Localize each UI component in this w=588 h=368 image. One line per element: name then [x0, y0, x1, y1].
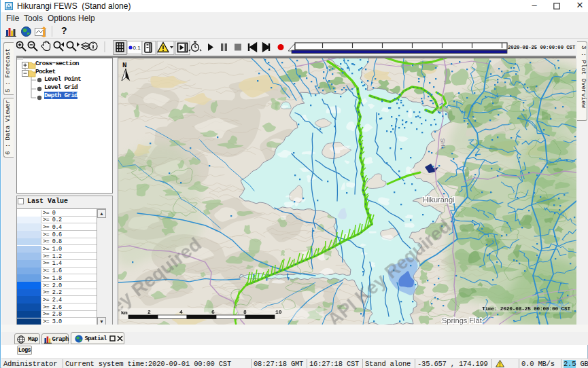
svg-text:Springs Flat: Springs Flat [442, 316, 482, 325]
svg-text:10: 10 [275, 309, 282, 315]
svg-text:2020-08-25 00:00:00 CST: 2020-08-25 00:00:00 CST [508, 45, 576, 50]
svg-text:4: 4 [179, 309, 183, 315]
svg-text:6: 6 [211, 309, 215, 315]
svg-text:Time: 2020-08-25 00:00:00 CST: Time: 2020-08-25 00:00:00 CST [482, 306, 570, 312]
svg-text:8: 8 [243, 309, 247, 315]
svg-text:N: N [122, 61, 127, 69]
svg-text:2: 2 [148, 309, 151, 315]
svg-text:0.1: 0.1 [133, 45, 141, 51]
svg-text:km: km [121, 310, 128, 316]
svg-text:Hikurangi: Hikurangi [423, 196, 454, 204]
